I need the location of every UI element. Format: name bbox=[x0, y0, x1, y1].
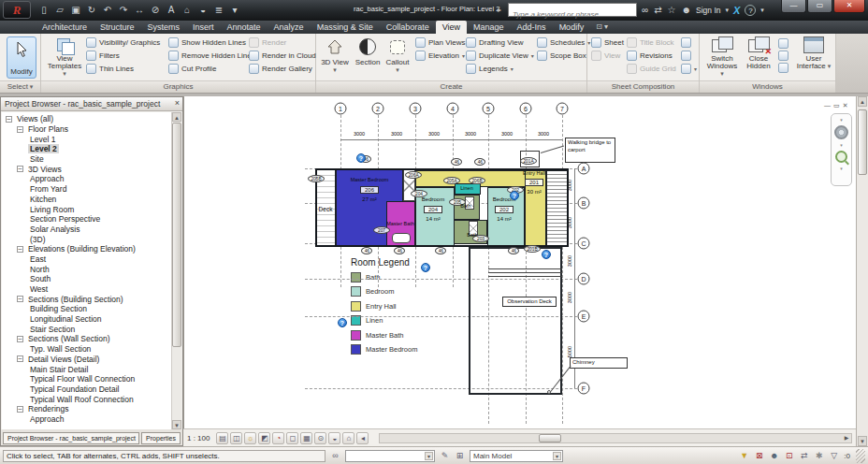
ribbon-item-sheet[interactable]: Sheet bbox=[591, 36, 624, 49]
help-icon[interactable] bbox=[421, 263, 430, 272]
help-icon[interactable] bbox=[542, 250, 551, 259]
vscroll-thumb[interactable] bbox=[858, 109, 867, 175]
annotation-observation-deck[interactable]: Observation Deck bbox=[502, 297, 557, 307]
tab-view[interactable]: View bbox=[436, 21, 467, 34]
grid-bubble-2[interactable]: 2 bbox=[372, 103, 384, 115]
close-hidden-button[interactable]: ✕ Close Hidden bbox=[743, 36, 774, 70]
grid-bubble-6[interactable]: 6 bbox=[520, 103, 532, 115]
tile-windows-icon[interactable] bbox=[778, 63, 788, 73]
resize-grip[interactable] bbox=[856, 449, 865, 463]
door-tag-206B[interactable]: 206B bbox=[469, 177, 485, 184]
3d-view-button[interactable]: 3D View bbox=[320, 36, 350, 74]
steering-wheel-icon[interactable] bbox=[834, 125, 848, 139]
grid-bubble-3[interactable]: 3 bbox=[410, 103, 422, 115]
application-menu-button[interactable]: R bbox=[3, 1, 31, 19]
tree-item-main-stair-detail[interactable]: Main Stair Detail bbox=[2, 364, 171, 374]
tree-item-living-room[interactable]: Living Room bbox=[2, 204, 171, 214]
open-icon[interactable]: ▱ bbox=[53, 3, 66, 17]
expand-icon[interactable]: ◂ bbox=[356, 432, 369, 444]
ribbon-item-drafting-view[interactable]: Drafting View bbox=[466, 36, 534, 49]
window-tag[interactable]: 46 bbox=[508, 247, 519, 254]
tree-item-south[interactable]: South bbox=[2, 274, 171, 284]
crop-view-icon[interactable]: ◻ bbox=[286, 432, 298, 444]
tab-analyze[interactable]: Analyze bbox=[268, 21, 311, 34]
tree-item-solar-analysis[interactable]: Solar Analysis bbox=[2, 225, 171, 235]
callout-button[interactable]: Callout bbox=[383, 36, 412, 74]
sync-icon[interactable]: ↻ bbox=[85, 3, 98, 17]
measure-icon[interactable]: ↔ bbox=[133, 3, 146, 17]
collapse-icon[interactable] bbox=[17, 166, 23, 172]
worksets-icon[interactable]: ∞ bbox=[329, 451, 341, 460]
tree-item-detail-views-detail-[interactable]: Detail Views (Detail) bbox=[2, 355, 171, 365]
ribbon-item-duplicate-view[interactable]: Duplicate View▾ bbox=[466, 50, 534, 62]
tab-project-browser[interactable]: Project Browser - rac_basic_sample_proje… bbox=[3, 432, 139, 444]
help-icon[interactable] bbox=[356, 153, 366, 163]
view-restore-icon[interactable]: ▭ bbox=[833, 102, 840, 109]
tree-item-east[interactable]: East bbox=[2, 254, 171, 265]
ribbon-item-cut-profile[interactable]: Cut Profile bbox=[168, 63, 255, 75]
grid-bubble-4[interactable]: 4 bbox=[447, 103, 459, 115]
scroll-up-icon[interactable]: ▲ bbox=[172, 112, 181, 122]
tree-item-site[interactable]: Site bbox=[2, 154, 171, 165]
legend-item-bath[interactable]: Bath bbox=[351, 272, 463, 283]
legend-item-bedroom[interactable]: Bedroom bbox=[351, 286, 463, 297]
view-templates-button[interactable]: View Templates bbox=[47, 36, 82, 78]
window-tag[interactable]: 46 bbox=[394, 247, 405, 254]
tree-item-3d-views[interactable]: 3D Views bbox=[2, 164, 171, 174]
tree-item--3d-[interactable]: (3D) bbox=[2, 234, 171, 244]
tab-collaborate[interactable]: Collaborate bbox=[380, 21, 436, 34]
tab-massing-site[interactable]: Massing & Site bbox=[311, 21, 380, 34]
help-icon[interactable] bbox=[510, 191, 519, 200]
show-crop-icon[interactable]: ▦ bbox=[300, 432, 312, 444]
collapse-icon[interactable] bbox=[17, 126, 23, 133]
reverse-arrows-icon[interactable]: ⇄ bbox=[798, 451, 810, 460]
sign-in-dropdown-icon[interactable]: ▾ bbox=[726, 3, 730, 17]
editable-worksets-icon[interactable]: ⊡ bbox=[783, 451, 795, 460]
save-icon[interactable]: ▣ bbox=[69, 3, 82, 17]
section-button[interactable]: Section bbox=[354, 36, 382, 66]
ribbon-item-remove-hidden-lines[interactable]: Remove Hidden Lines bbox=[168, 50, 255, 62]
search-input[interactable] bbox=[509, 8, 636, 21]
collapse-icon[interactable] bbox=[17, 355, 23, 362]
grid-bubble-b[interactable]: B bbox=[578, 197, 590, 210]
design-options-combobox[interactable]: Main Model▾ bbox=[470, 450, 563, 462]
aligned-dimension-icon[interactable]: ⊘ bbox=[149, 3, 162, 17]
temporary-hide-icon[interactable]: ⊙ bbox=[314, 432, 326, 444]
tree-item-stair-section[interactable]: Stair Section bbox=[2, 324, 171, 334]
worksets-combobox[interactable]: ▾ bbox=[345, 450, 435, 462]
ribbon-item-elevation[interactable]: Elevation▾ bbox=[415, 50, 470, 62]
scroll-right-icon[interactable]: ▶ bbox=[842, 434, 851, 442]
customize-qat-icon[interactable]: ▾ bbox=[228, 3, 241, 17]
grid-bubble-a[interactable]: A bbox=[578, 163, 590, 175]
tree-item-sections-wall-section-[interactable]: Sections (Wall Section) bbox=[2, 334, 171, 344]
tab-structure[interactable]: Structure bbox=[94, 21, 141, 34]
legend-item-entry-hall[interactable]: Entry Hall bbox=[351, 301, 463, 312]
zoom-icon[interactable] bbox=[835, 151, 847, 163]
tree-item-typical-floor-wall-connection[interactable]: Typical Floor Wall Connection bbox=[2, 374, 171, 384]
restore-button[interactable]: ▭ bbox=[807, 0, 832, 13]
tab-annotate[interactable]: Annotate bbox=[221, 21, 268, 34]
scroll-down-icon[interactable]: ▼ bbox=[172, 420, 181, 429]
collapse-icon[interactable] bbox=[17, 406, 23, 413]
scroll-up-icon[interactable]: ▲ bbox=[858, 96, 867, 107]
create-panel-label[interactable]: Create bbox=[316, 80, 586, 93]
editable-only-icon[interactable]: ✎ bbox=[439, 451, 451, 460]
room-tag-201[interactable]: 201 bbox=[525, 179, 543, 186]
tree-item-from-yard[interactable]: From Yard bbox=[2, 184, 171, 195]
scroll-thumb[interactable] bbox=[172, 123, 181, 347]
ribbon-item-render-gallery[interactable]: Render Gallery bbox=[249, 63, 316, 75]
tab-systems[interactable]: Systems bbox=[141, 21, 187, 34]
tree-item-sections-building-section-[interactable]: Sections (Building Section) bbox=[2, 294, 171, 304]
window-tag[interactable]: 46 bbox=[361, 247, 372, 254]
tab-manage[interactable]: Manage bbox=[467, 21, 511, 34]
horizontal-scrollbar[interactable]: ▶ bbox=[379, 433, 852, 443]
modify-panel-toggle-icon[interactable]: ⊡ ▾ bbox=[596, 21, 608, 34]
annotation-walking-bridge[interactable]: Walking bridge to carport bbox=[565, 138, 615, 163]
window-tag[interactable]: 46 bbox=[451, 158, 462, 166]
room-tag-206[interactable]: 206 bbox=[360, 186, 379, 194]
subscription-center-icon[interactable]: ⇄ bbox=[654, 3, 661, 17]
ribbon-item-filters[interactable]: Filters bbox=[86, 50, 160, 62]
help-icon[interactable] bbox=[745, 5, 756, 16]
detail-level-icon[interactable]: ▤ bbox=[216, 432, 228, 444]
collapse-icon[interactable] bbox=[17, 246, 23, 253]
